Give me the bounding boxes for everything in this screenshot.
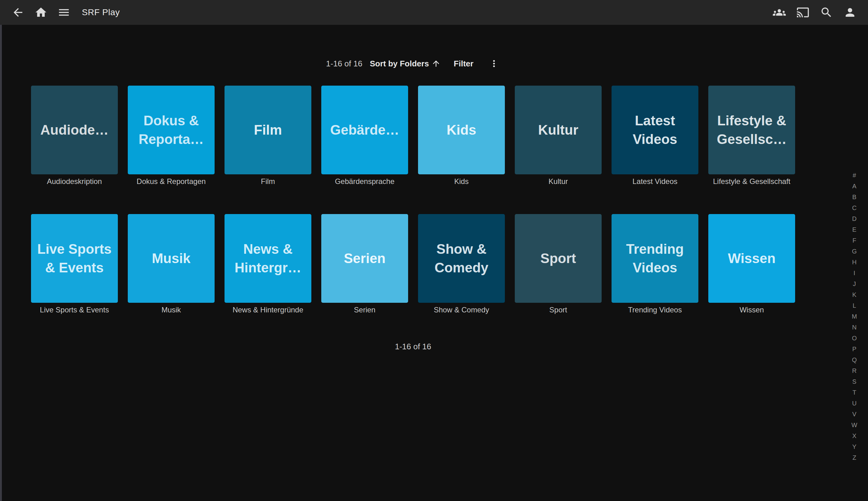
syncplay-button[interactable]	[772, 5, 787, 20]
library-card[interactable]: Audiode…	[31, 86, 118, 174]
alpha-letter[interactable]: T	[849, 387, 860, 398]
library-card[interactable]: Live Sports & Events	[31, 214, 118, 303]
alpha-letter[interactable]: E	[849, 224, 860, 235]
alpha-letter[interactable]: L	[849, 300, 860, 311]
library-cell: Wissen Wissen	[708, 214, 795, 314]
card-caption: News & Hintergründe	[225, 306, 311, 314]
card-title: Kids	[421, 121, 502, 139]
alpha-letter[interactable]: O	[849, 333, 860, 344]
cast-button[interactable]	[795, 5, 810, 20]
arrow-up-icon	[429, 59, 441, 68]
page-title: SRF Play	[82, 8, 120, 17]
card-title: Trending Videos	[614, 240, 696, 277]
alpha-letter[interactable]: U	[849, 398, 860, 409]
sort-button[interactable]: Sort by Folders	[370, 59, 441, 68]
library-card[interactable]: Kultur	[515, 86, 601, 174]
library-card[interactable]: Musik	[128, 214, 215, 303]
card-title: Live Sports & Events	[33, 240, 115, 277]
alpha-letter[interactable]: A	[849, 181, 860, 192]
library-card[interactable]: Gebärde…	[321, 86, 408, 174]
back-button[interactable]	[11, 5, 25, 20]
user-button[interactable]	[843, 5, 857, 20]
user-icon	[844, 6, 857, 19]
home-icon	[34, 6, 47, 19]
cast-icon	[796, 6, 810, 19]
library-card[interactable]: Dokus & Reporta…	[128, 86, 215, 174]
filter-button-label: Filter	[454, 59, 474, 68]
card-caption: Dokus & Reportagen	[128, 177, 215, 186]
alpha-letter[interactable]: V	[849, 409, 860, 420]
home-button[interactable]	[33, 5, 48, 20]
card-title: Show & Comedy	[421, 240, 502, 277]
card-caption: Kids	[418, 177, 505, 186]
syncplay-group-icon	[773, 6, 786, 19]
paging-count-top: 1-16 of 16	[326, 59, 362, 68]
library-card[interactable]: Show & Comedy	[418, 214, 505, 303]
alpha-letter[interactable]: D	[849, 213, 860, 224]
alpha-letter[interactable]: J	[849, 279, 860, 289]
card-caption: Film	[225, 177, 311, 186]
library-card[interactable]: Wissen	[708, 214, 795, 303]
library-cell: Dokus & Reporta… Dokus & Reportagen	[128, 86, 215, 186]
library-card[interactable]: Sport	[515, 214, 601, 303]
library-cell: Lifestyle & Gesellsc… Lifestyle & Gesell…	[708, 86, 795, 186]
alpha-letter[interactable]: Z	[849, 452, 860, 463]
card-title: Musik	[130, 249, 212, 268]
alpha-letter[interactable]: N	[849, 322, 860, 333]
search-button[interactable]	[819, 5, 834, 20]
card-caption: Kultur	[515, 177, 601, 186]
card-caption: Wissen	[708, 306, 795, 314]
card-caption: Musik	[128, 306, 215, 314]
card-title: Latest Videos	[614, 111, 696, 149]
card-caption: Live Sports & Events	[31, 306, 118, 314]
menu-button[interactable]	[56, 5, 71, 20]
more-options-button[interactable]	[488, 57, 500, 70]
library-cell: News & Hintergr… News & Hintergründe	[225, 214, 311, 314]
filter-button[interactable]: Filter	[454, 59, 474, 68]
alpha-letter[interactable]: F	[849, 235, 860, 246]
library-card[interactable]: Latest Videos	[611, 86, 698, 174]
card-title: Wissen	[711, 249, 793, 268]
alpha-letter[interactable]: M	[849, 311, 860, 322]
alpha-letter[interactable]: W	[849, 420, 860, 430]
library-card[interactable]: Film	[225, 86, 311, 174]
app-toolbar: SRF Play	[0, 0, 868, 25]
alpha-letter[interactable]: Y	[849, 441, 860, 452]
library-cell: Trending Videos Trending Videos	[611, 214, 698, 314]
card-title: News & Hintergr…	[227, 240, 309, 277]
more-vert-icon	[489, 58, 499, 69]
alpha-letter[interactable]: H	[849, 257, 860, 268]
alpha-letter[interactable]: K	[849, 289, 860, 300]
search-icon	[820, 6, 833, 19]
alpha-letter[interactable]: B	[849, 192, 860, 203]
card-title: Serien	[324, 249, 405, 268]
library-card[interactable]: Lifestyle & Gesellsc…	[708, 86, 795, 174]
library-cell: Film Film	[225, 86, 311, 186]
card-caption: Serien	[321, 306, 408, 314]
card-title: Film	[227, 121, 309, 139]
card-caption: Gebärdensprache	[321, 177, 408, 186]
library-card[interactable]: Kids	[418, 86, 505, 174]
card-title: Lifestyle & Gesellsc…	[711, 111, 793, 149]
library-cell: Kids Kids	[418, 86, 505, 186]
card-caption: Sport	[515, 306, 601, 314]
alpha-letter[interactable]: R	[849, 365, 860, 376]
alpha-letter[interactable]: X	[849, 430, 860, 441]
sort-filter-bar: 1-16 of 16 Sort by Folders Filter	[2, 57, 824, 70]
alpha-letter[interactable]: #	[849, 170, 860, 181]
library-cell: Serien Serien	[321, 214, 408, 314]
library-card[interactable]: News & Hintergr…	[225, 214, 311, 303]
alpha-letter[interactable]: P	[849, 344, 860, 354]
library-card[interactable]: Trending Videos	[611, 214, 698, 303]
card-caption: Lifestyle & Gesellschaft	[708, 177, 795, 186]
card-title: Kultur	[517, 121, 599, 139]
alpha-letter[interactable]: S	[849, 376, 860, 387]
alpha-letter[interactable]: C	[849, 203, 860, 213]
alpha-letter[interactable]: I	[849, 268, 860, 279]
library-card[interactable]: Serien	[321, 214, 408, 303]
alpha-letter[interactable]: G	[849, 246, 860, 257]
library-cell: Live Sports & Events Live Sports & Event…	[31, 214, 118, 314]
card-caption: Trending Videos	[611, 306, 698, 314]
alpha-letter[interactable]: Q	[849, 354, 860, 365]
library-cell: Audiode… Audiodeskription	[31, 86, 118, 186]
